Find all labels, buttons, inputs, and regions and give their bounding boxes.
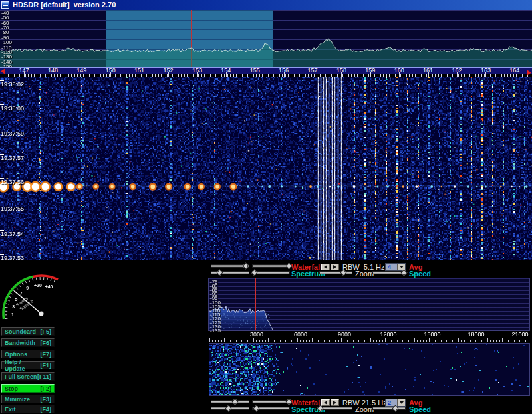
waterfall-timestamp: 19:37:55 — [1, 206, 24, 212]
rf-frequency-scale[interactable]: 1471481491501511521531541551561571581591… — [0, 67, 532, 77]
af-slider-1-track[interactable] — [211, 400, 249, 403]
timestamp-tick — [0, 205, 4, 205]
right-arrow-icon — [333, 265, 336, 269]
sidebar-button-soundcard[interactable]: Soundcard[F5] — [1, 327, 55, 336]
af-slider-1[interactable] — [211, 264, 249, 269]
avg-select-arrow-button[interactable] — [397, 399, 405, 406]
sidebar-button-label: Options — [5, 351, 27, 358]
sidebar-button-stop[interactable]: Stop[F2] — [1, 384, 55, 393]
timestamp-tick — [0, 230, 4, 231]
waterfall-timestamp: 19:38:00 — [1, 106, 24, 112]
af-slider-2-track[interactable] — [252, 264, 290, 268]
af-frequency-label: 21000 — [511, 332, 528, 338]
zoom-slider[interactable] — [319, 270, 352, 276]
af-slider-4-track[interactable] — [252, 271, 290, 274]
rf-tick-ruler — [0, 67, 532, 77]
af-slider-4[interactable] — [252, 270, 290, 276]
af-frequency-label: 15000 — [424, 332, 440, 338]
af-frequency-label: 6000 — [294, 332, 307, 338]
sidebar-button-label: Soundcard — [5, 328, 36, 335]
step-right-button[interactable] — [331, 399, 339, 406]
step-right-button[interactable] — [331, 264, 339, 270]
af-top-control-bar: WaterfallRBW 5.1 Hz4AvgSpectrumZoomSpeed — [208, 263, 532, 278]
window-title: HDSDR [default] version 2.70 — [13, 1, 116, 9]
af-frequency-label: 3000 — [250, 332, 263, 338]
waterfall-timestamp: 19:38:02 — [1, 82, 24, 88]
sidebar-button-key: [F2] — [41, 385, 52, 392]
sidebar-button-key: [F6] — [41, 340, 52, 346]
sidebar-button-label: Stop — [5, 385, 18, 392]
af-waterfall-canvas — [209, 344, 529, 395]
waterfall-timestamp: 19:37:54 — [1, 231, 24, 237]
s-meter-gauge — [0, 263, 59, 326]
timestamp-tick — [0, 178, 4, 179]
zoom-slider-track[interactable] — [319, 407, 352, 410]
af-frequency-label: 18000 — [467, 332, 484, 338]
sidebar-button-help-update[interactable]: Help / Update[F1] — [1, 361, 55, 369]
af-frequency-label: 9000 — [338, 332, 351, 338]
af-slider-2-track[interactable] — [252, 400, 290, 403]
sidebar-button-key: [F5] — [41, 328, 52, 335]
af-frequency-label: 12000 — [380, 332, 396, 338]
timestamp-tick — [0, 254, 4, 255]
rf-spectrum-display[interactable]: -40-50-60-70-80-90-100-110-120-130-140-1… — [0, 10, 532, 67]
timestamp-tick — [0, 104, 4, 105]
sidebar-button-options[interactable]: Options[F7] — [1, 350, 55, 358]
sidebar-button-label: Bandwidth — [5, 340, 35, 346]
af-slider-3[interactable] — [211, 406, 249, 411]
af-waterfall-display[interactable] — [209, 343, 530, 396]
chevron-down-icon — [400, 266, 404, 268]
waterfall-timestamp: 19:37:57 — [1, 155, 24, 161]
af-spectrum-display[interactable]: -75-80-85-90-95-100-105-110-115-120-125-… — [208, 278, 530, 331]
sidebar-button-label: Exit — [5, 406, 16, 413]
timestamp-tick — [0, 130, 4, 130]
rf-waterfall-canvas — [0, 77, 532, 260]
sidebar-button-exit[interactable]: Exit[F4] — [1, 405, 55, 413]
sidebar-button-full-screen[interactable]: Full Screen[F11] — [1, 372, 55, 381]
rf-waterfall-display[interactable]: 19:38:0219:38:0019:37:5919:37:5719:37:56… — [0, 77, 532, 260]
af-tick-ruler — [208, 338, 530, 342]
hdsdr-window: HDSDR [default] version 2.70 -40-50-60-7… — [0, 0, 532, 414]
sidebar-button-minimize[interactable]: Minimize[F3] — [1, 395, 55, 403]
sidebar-button-key: [F4] — [41, 406, 52, 413]
sidebar-button-key: [F3] — [41, 396, 52, 403]
app-icon — [1, 1, 9, 9]
af-bottom-control-bar: WaterfallRBW 21.5 Hz2AvgSpectrumZoomSpee… — [208, 399, 532, 413]
zoom-slider-track[interactable] — [319, 271, 352, 274]
zoom-slider[interactable] — [319, 406, 352, 411]
speed-label: Speed — [409, 406, 431, 413]
zoom-label: Zoom — [355, 406, 374, 413]
rf-spectrum-trace — [0, 10, 532, 67]
sidebar-button-bandwidth[interactable]: Bandwidth[F6] — [1, 338, 55, 347]
sidebar-button-label: Help / Update — [5, 359, 41, 372]
af-filter-marker — [255, 278, 256, 330]
timestamp-tick — [0, 154, 4, 155]
af-slider-4[interactable] — [252, 406, 290, 411]
left-arrow-icon — [324, 401, 327, 405]
chevron-down-icon — [400, 401, 404, 404]
waterfall-timestamp: 19:37:59 — [1, 131, 24, 137]
speed-slider-track[interactable] — [372, 407, 406, 410]
timestamp-tick — [0, 80, 4, 81]
left-arrow-icon — [324, 265, 327, 269]
af-slider-3[interactable] — [211, 270, 249, 276]
zoom-label: Zoom — [355, 270, 374, 277]
sidebar-button-key: [F1] — [41, 362, 52, 369]
af-frequency-labels: 30006000900012000150001800021000 — [208, 332, 530, 338]
sidebar-button-label: Minimize — [5, 396, 30, 403]
speed-slider[interactable] — [372, 406, 406, 411]
waterfall-timestamp: 19:37:56 — [1, 179, 24, 185]
af-slider-2[interactable] — [252, 399, 290, 405]
right-arrow-icon — [333, 401, 336, 405]
af-spectrum-trace — [209, 278, 529, 330]
title-bar[interactable]: HDSDR [default] version 2.70 — [0, 0, 532, 10]
sidebar-button-label: Full Screen — [5, 373, 37, 380]
speed-label: Speed — [409, 270, 431, 277]
af-slider-1[interactable] — [211, 399, 249, 405]
af-slider-2[interactable] — [252, 264, 290, 269]
speed-slider[interactable] — [372, 270, 406, 276]
sidebar-button-key: [F7] — [41, 351, 52, 358]
sidebar-button-key: [F11] — [37, 373, 51, 380]
